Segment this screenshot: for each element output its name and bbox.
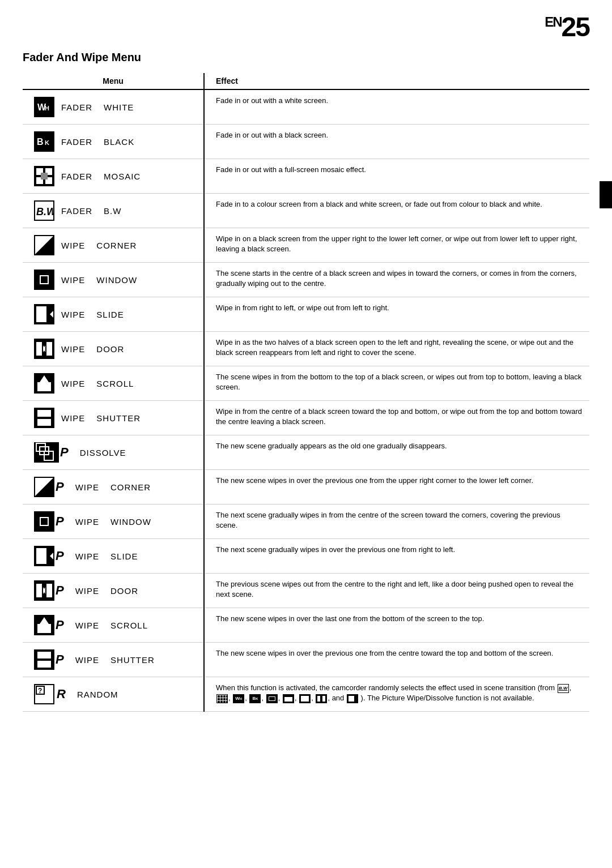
wipe-slide-label: WIPE SLIDE [61,310,124,319]
menu-cell-wipe-slide: WIPE SLIDE [23,297,204,332]
slide-icon [34,304,54,324]
random-r-label: R [57,688,66,700]
table-row: WIPE SCROLL The scene wipes in from the … [23,366,589,401]
p-wipe-slide-label: WIPE SLIDE [75,551,138,561]
door-icon [34,339,54,359]
menu-cell-p-wipe-shutter: P WIPE SHUTTER [23,643,204,677]
fader-bw-label: FADER B.W [61,206,121,216]
effect-p-dissolve: The new scene gradually appears as the o… [204,435,589,470]
small-bw-icon: B.W [558,684,569,693]
table-row: P WIPE WINDOW The next scene gradually w… [23,504,589,539]
table-row: ? R RANDOM When this function is activat… [23,677,589,712]
table-row: P WIPE CORNER The new scene wipes in ove… [23,470,589,504]
menu-cell-wipe-window: WIPE WINDOW [23,263,204,297]
svg-rect-38 [36,584,42,597]
en-label: EN [545,14,561,29]
svg-rect-11 [41,173,48,179]
svg-rect-19 [46,342,52,356]
p-window-p-label: P [56,515,64,528]
random-icon: ? [34,684,54,704]
bw-icon: B.W [34,200,54,221]
svg-rect-39 [46,584,52,597]
p-shutter-icon-wrap: P [34,649,64,670]
menu-cell-wipe-scroll: WIPE SCROLL [23,366,204,401]
p-door-p-label: P [56,584,64,597]
table-row: P WIPE DOOR The previous scene wipes out… [23,574,589,608]
p-scroll-icon [34,615,54,635]
menu-cell-p-dissolve: P DISSOLVE [23,435,204,470]
svg-rect-35 [36,548,46,564]
table-row: P WIPE SHUTTER The new scene wipes in ov… [23,643,589,677]
p-wipe-scroll-label: WIPE SCROLL [75,621,148,630]
fader-black-label: FADER BLACK [61,137,134,147]
menu-cell-p-wipe-window: P WIPE WINDOW [23,504,204,539]
col-effect-header: Effect [204,73,589,89]
p-shutter-p-label: P [56,653,64,666]
small-door-icon [316,694,327,703]
p-slide-icon-wrap: P [34,546,64,566]
small-mosaic-icon [216,694,228,703]
effect-fader-black: Fade in or out with a black screen. [204,125,589,159]
menu-cell-wipe-door: WIPE DOOR [23,332,204,366]
p-dissolve-p-label: P [60,446,69,459]
table-row: WIPE DOOR Wipe in as the two halves of a… [23,332,589,366]
p-wipe-door-label: WIPE DOOR [75,586,138,596]
small-slide-icon [347,694,358,703]
table-row: WIPE CORNER Wipe in on a black screen fr… [23,228,589,263]
table-row: B.W FADER B.W Fade in to a colour screen… [23,194,589,228]
wh-icon: W H [34,97,54,117]
p-window-icon [34,511,54,532]
p-corner-icon [34,477,54,497]
random-icon-wrap: ? R [34,684,66,704]
svg-text:B: B [37,137,44,147]
table-row: P WIPE SCROLL The new scene wipes in ove… [23,608,589,643]
menu-cell-fader-mosaic: FADER MOSAIC [23,159,204,194]
p-scroll-icon-wrap: P [34,615,64,635]
small-window-icon [266,694,278,703]
fader-white-label: FADER WHITE [61,102,134,112]
p-scroll-p-label: P [56,619,64,631]
small-bk-icon: BK [249,694,261,703]
p-wipe-corner-label: WIPE CORNER [75,482,151,492]
effect-p-wipe-window: The next scene gradually wipes in from t… [204,504,589,539]
effect-wipe-slide: Wipe in from right to left, or wipe out … [204,297,589,332]
p-door-icon-wrap: P [34,580,64,601]
effect-p-wipe-scroll: The new scene wipes in over the last one… [204,608,589,643]
menu-cell-p-wipe-corner: P WIPE CORNER [23,470,204,504]
menu-cell-fader-black: B K FADER BLACK [23,125,204,159]
table-row: P DISSOLVE The new scene gradually appea… [23,435,589,470]
p-dissolve-icon-wrap: P [34,442,69,463]
wipe-window-label: WIPE WINDOW [61,275,137,285]
menu-cell-p-wipe-scroll: P WIPE SCROLL [23,608,204,643]
svg-rect-15 [36,306,46,322]
svg-rect-23 [37,382,51,391]
menu-cell-fader-white: W H FADER WHITE [23,89,204,125]
table-row: W H FADER WHITE Fade in or out with a wh… [23,89,589,125]
random-label: RANDOM [77,690,118,699]
wipe-corner-label: WIPE CORNER [61,241,137,250]
p-slide-p-label: P [56,550,64,562]
effect-fader-mosaic: Fade in or out with a full-screen mosaic… [204,159,589,194]
p-wipe-shutter-label: WIPE SHUTTER [75,655,155,665]
window-icon [34,270,54,290]
table-row: WIPE WINDOW The scene starts in the cent… [23,263,589,297]
col-menu-header: Menu [23,73,204,89]
menu-cell-random: ? R RANDOM [23,677,204,712]
effect-p-wipe-slide: The next scene gradually wipes in over t… [204,539,589,574]
svg-rect-43 [37,624,51,633]
menu-cell-fader-bw: B.W FADER B.W [23,194,204,228]
mosaic-icon [34,166,54,186]
p-dissolve-icon [34,442,59,463]
table-row: B K FADER BLACK Fade in or out with a bl… [23,125,589,159]
table-row: WIPE SLIDE Wipe in from right to left, o… [23,297,589,332]
effect-wipe-door: Wipe in as the two halves of a black scr… [204,332,589,366]
table-row: WIPE SHUTTER Wipe in from the centre of … [23,401,589,435]
p-shutter-icon [34,649,54,670]
p-door-icon [34,580,54,601]
scroll-icon [34,373,54,394]
p-wipe-window-label: WIPE WINDOW [75,517,151,527]
effect-p-wipe-shutter: The new scene wipes in over the previous… [204,643,589,677]
effect-wipe-shutter: Wipe in from the centre of a black scree… [204,401,589,435]
p-corner-p-label: P [56,481,64,493]
table-row: FADER MOSAIC Fade in or out with a full-… [23,159,589,194]
